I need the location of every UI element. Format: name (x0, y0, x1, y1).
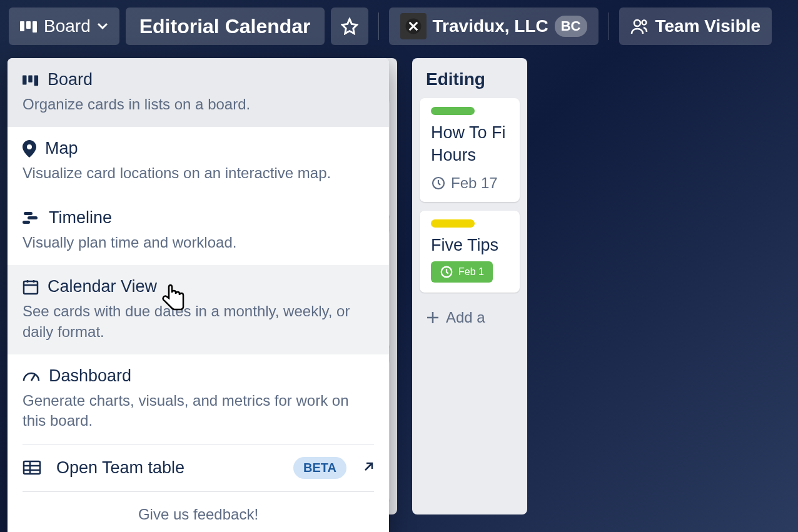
open-team-table[interactable]: Open Team table BETA (8, 444, 389, 491)
svg-rect-2 (33, 21, 37, 33)
clock-icon (440, 265, 453, 279)
svg-rect-21 (28, 216, 38, 219)
external-link-icon (361, 461, 374, 474)
team-initials-badge: BC (555, 16, 587, 37)
card[interactable]: Five Tips Feb 1 (420, 211, 520, 293)
due-date-badge: Feb 17 (431, 174, 498, 192)
calendar-icon (23, 279, 39, 295)
card-label-green[interactable] (431, 107, 475, 115)
svg-rect-0 (20, 21, 24, 31)
plus-icon (426, 311, 440, 324)
star-icon (341, 18, 358, 35)
svg-rect-22 (23, 221, 30, 224)
visibility-button[interactable]: Team Visible (619, 8, 772, 45)
svg-rect-19 (34, 75, 39, 86)
divider (378, 13, 379, 40)
svg-rect-23 (24, 281, 38, 294)
svg-rect-24 (24, 461, 40, 474)
view-option-board[interactable]: Board Organize cards in lists on a board… (8, 58, 389, 127)
card-title: Five Tips (431, 234, 508, 256)
board-title[interactable]: Editorial Calendar (126, 8, 325, 45)
beta-badge: BETA (293, 457, 346, 479)
board-icon (23, 74, 39, 86)
view-switcher-label: Board (44, 16, 91, 36)
view-option-timeline[interactable]: Timeline Visually plan time and workload… (8, 196, 389, 265)
view-switcher-button[interactable]: Board (9, 8, 119, 45)
view-option-calendar[interactable]: Calendar View See cards with due dates i… (8, 265, 389, 354)
board-icon (20, 20, 38, 33)
card-title: How To Fi Hours (431, 121, 508, 167)
timeline-icon (23, 211, 40, 224)
svg-point-5 (642, 21, 646, 25)
team-icon (630, 18, 649, 34)
view-option-map[interactable]: Map Visualize card locations on an inter… (8, 127, 389, 196)
svg-point-4 (634, 20, 640, 26)
board-header: Board Editorial Calendar Travidux, LLC B… (0, 0, 798, 53)
team-name: Travidux, LLC (433, 16, 548, 36)
add-card-button[interactable]: Add a (420, 301, 520, 334)
visibility-label: Team Visible (655, 16, 761, 36)
clock-icon (431, 176, 446, 191)
divider (609, 13, 609, 40)
list-editing: Editing How To Fi Hours Feb 17 Five Tips… (412, 58, 527, 514)
card-label-yellow[interactable] (431, 219, 475, 228)
svg-rect-18 (28, 75, 33, 82)
svg-rect-20 (24, 212, 33, 215)
list-title[interactable]: Editing (426, 69, 485, 89)
chevron-down-icon (97, 23, 108, 30)
svg-rect-1 (26, 21, 31, 29)
team-logo-icon (400, 13, 427, 39)
svg-rect-17 (23, 75, 27, 84)
star-button[interactable] (331, 8, 368, 45)
due-date-complete-badge: Feb 1 (431, 261, 493, 283)
view-option-dashboard[interactable]: Dashboard Generate charts, visuals, and … (8, 354, 389, 444)
feedback-link[interactable]: Give us feedback! (8, 492, 389, 532)
pin-icon (23, 140, 36, 158)
gauge-icon (23, 369, 40, 382)
view-switcher-dropdown: Board Organize cards in lists on a board… (8, 58, 389, 532)
table-icon (23, 460, 41, 475)
card[interactable]: How To Fi Hours Feb 17 (420, 98, 520, 202)
team-button[interactable]: Travidux, LLC BC (389, 8, 598, 45)
